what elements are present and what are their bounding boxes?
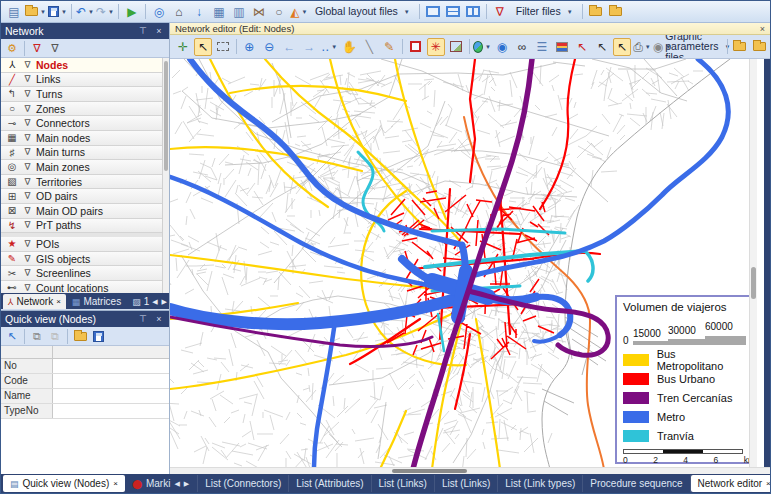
filter-funnel-icon[interactable]: ∇: [22, 162, 33, 172]
bottom-tab-list-link-types-[interactable]: List (Link types): [498, 475, 583, 492]
close-icon[interactable]: ×: [56, 297, 61, 306]
bottom-tab-list-attributes-[interactable]: List (Attributes): [289, 475, 371, 492]
marquee-select-button[interactable]: [214, 38, 232, 56]
save-version-file-button[interactable]: ▼: [48, 3, 67, 21]
graphic-parameters-button[interactable]: [553, 38, 571, 56]
network-item-main-turns[interactable]: ♯∇Main turns: [1, 146, 162, 161]
zoom-in-button[interactable]: ⊕: [240, 38, 258, 56]
import-data-button[interactable]: ↓: [190, 3, 208, 21]
network-item-territories[interactable]: ▧∇Territories: [1, 175, 162, 190]
qv-copy-button[interactable]: ⧉: [29, 328, 45, 344]
network-item-main-od-pairs[interactable]: ⊠∇Main OD pairs: [1, 204, 162, 219]
network-item-nodes[interactable]: ⅄∇Nodes: [1, 58, 162, 73]
quick-views-button[interactable]: ◭▼: [290, 3, 308, 21]
redraw-network-button[interactable]: ✳: [427, 38, 445, 56]
save-graphic-parameters-button[interactable]: [751, 38, 769, 56]
qv-open-layout-button[interactable]: [72, 328, 88, 344]
filter-funnel-icon[interactable]: ∇: [22, 206, 33, 216]
filter-funnel-icon[interactable]: ∇: [22, 254, 33, 264]
pin-icon[interactable]: ⊤: [137, 314, 149, 324]
network-item-count-locations[interactable]: ⊷∇Count locations: [1, 281, 162, 293]
field-value[interactable]: [53, 404, 169, 418]
undo-button[interactable]: ↶▼: [76, 3, 94, 21]
filter-all-button[interactable]: ∇: [47, 40, 63, 56]
filter-funnel-icon[interactable]: ∇: [22, 268, 33, 278]
bottom-tab-procedure-sequence[interactable]: Procedure sequence: [583, 475, 690, 492]
network-object-settings-button[interactable]: ⚙: [4, 40, 20, 56]
open-version-file-button[interactable]: ▼: [25, 3, 46, 21]
layout-single-button[interactable]: [424, 3, 442, 21]
network-list-scrollbar[interactable]: [162, 58, 169, 293]
show-whole-network-button[interactable]: [407, 38, 425, 56]
network-item-gis-objects[interactable]: ✎∇GIS objects: [1, 252, 162, 267]
next-view-button[interactable]: →: [300, 38, 318, 56]
field-value[interactable]: [53, 389, 169, 403]
qv-paste-button[interactable]: ⧉: [47, 328, 63, 344]
filter-funnel-icon[interactable]: ∇: [22, 60, 33, 70]
qv-attribute-selection-button[interactable]: ↖: [4, 328, 20, 344]
open-project-button[interactable]: ◎: [150, 3, 168, 21]
tab-1[interactable]: ▨1◀ ▶: [127, 294, 173, 309]
network-item-pois[interactable]: ★∇POIs: [1, 237, 162, 252]
select-in-window-button[interactable]: ↖: [613, 38, 631, 56]
select-cursor-button[interactable]: ↖: [194, 38, 212, 56]
select-special-cursor-button[interactable]: ↖: [593, 38, 611, 56]
timetable-editor-button[interactable]: ▥: [230, 3, 248, 21]
network-item-main-zones[interactable]: ◎∇Main zones: [1, 160, 162, 175]
close-icon[interactable]: ×: [153, 26, 165, 36]
network-item-links[interactable]: ╱∇Links: [1, 73, 162, 88]
network-item-zones[interactable]: ○∇Zones: [1, 102, 162, 117]
previous-view-button[interactable]: ←: [280, 38, 298, 56]
pan-hand-button[interactable]: ✋: [340, 38, 358, 56]
network-item-prt-paths[interactable]: ↯∇PrT paths: [1, 219, 162, 234]
close-icon[interactable]: ×: [760, 24, 765, 34]
network-item-od-pairs[interactable]: ⊞∇OD pairs: [1, 189, 162, 204]
home-view-button[interactable]: ⌂: [170, 3, 188, 21]
filter-files-dropdown[interactable]: Filter files▼: [511, 3, 578, 21]
zoom-presets-button[interactable]: ‥▼: [320, 38, 338, 56]
filter-funnel-icon[interactable]: ∇: [22, 118, 33, 128]
network-item-screenlines[interactable]: ✂∇Screenlines: [1, 266, 162, 281]
open-filter-file-button[interactable]: [587, 3, 605, 21]
map-vertical-scrollbar[interactable]: [749, 59, 757, 467]
network-item-turns[interactable]: ↰∇Turns: [1, 87, 162, 102]
filter-funnel-icon[interactable]: ∇: [22, 220, 33, 230]
matrix-editor-button[interactable]: ○: [270, 3, 288, 21]
filter-funnel-icon[interactable]: ∇: [22, 89, 33, 99]
pin-icon[interactable]: ⊤: [137, 26, 149, 36]
legend-settings-button[interactable]: ☰: [533, 38, 551, 56]
find-binoculars-button[interactable]: ∞: [513, 38, 531, 56]
map-marker-button[interactable]: ◉: [493, 38, 511, 56]
zoom-out-button[interactable]: ⊖: [260, 38, 278, 56]
new-version-file-button[interactable]: ▤: [5, 3, 23, 21]
run-procedures-button[interactable]: ▶: [123, 3, 141, 21]
procedure-sequence-button[interactable]: ▦: [210, 3, 228, 21]
edit-pencil-button[interactable]: ✎: [380, 38, 398, 56]
bottom-tab-quick-view-nodes-[interactable]: ▤Quick view (Nodes)×: [3, 475, 125, 492]
select-links-cursor-button[interactable]: ↖: [573, 38, 591, 56]
network-item-connectors[interactable]: ⊸∇Connectors: [1, 116, 162, 131]
bottom-tab-list-links-[interactable]: List (Links): [372, 475, 435, 492]
background-maps-button[interactable]: ▼: [473, 38, 491, 56]
field-value[interactable]: [53, 374, 169, 388]
junction-editor-button[interactable]: ⋈: [250, 3, 268, 21]
close-icon[interactable]: ×: [113, 479, 118, 488]
open-graphic-parameters-button[interactable]: [731, 38, 749, 56]
network-item-main-nodes[interactable]: ▦∇Main nodes: [1, 131, 162, 146]
tab-network[interactable]: ⅄Network×: [3, 294, 66, 309]
redo-button[interactable]: ↷▼: [96, 3, 114, 21]
graphic-parameters-files-dropdown[interactable]: Graphic parameters files▼: [673, 38, 723, 56]
preview-image-button[interactable]: [447, 38, 465, 56]
filter-funnel-icon[interactable]: ∇: [22, 133, 33, 143]
move-network-button[interactable]: ✛: [174, 38, 192, 56]
close-icon[interactable]: ×: [766, 479, 771, 488]
bottom-tab-marki[interactable]: ⬤Marki◀ ▶: [125, 475, 198, 492]
filter-funnel-icon[interactable]: ∇: [22, 283, 33, 293]
filter-funnel-icon[interactable]: ∇: [22, 177, 33, 187]
filter-settings-button[interactable]: ∇: [491, 3, 509, 21]
map-canvas-area[interactable]: Volumen de viajeros 0 15000 30000 60000 …: [170, 59, 770, 467]
filter-funnel-icon[interactable]: ∇: [22, 191, 33, 201]
tab-scroll-arrows[interactable]: ◀ ▶: [152, 298, 168, 306]
map-horizontal-scrollbar[interactable]: [170, 467, 770, 474]
measure-distance-button[interactable]: ╲: [360, 38, 378, 56]
